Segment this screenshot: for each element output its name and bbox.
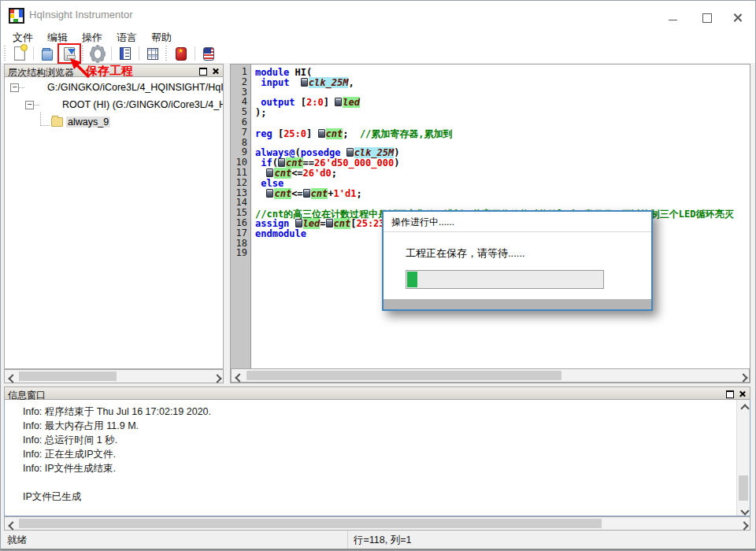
- code-token: <=: [291, 168, 302, 179]
- log-line: Info: 正在生成IP文件.: [23, 447, 737, 461]
- line-number: 19: [231, 248, 250, 258]
- info-vscrollbar[interactable]: [736, 400, 750, 516]
- scroll-right-button[interactable]: [736, 517, 750, 530]
- hierarchy-tree[interactable]: −G:/GINGKO/iCore3L/4_HQINSIGHT/HqI−ROOT …: [4, 77, 224, 369]
- code-token: 25:23: [356, 218, 384, 229]
- code-line[interactable]: [255, 117, 750, 128]
- tree-item[interactable]: −ROOT (HI) (G:/GINGKO/iCore3L/4_H: [5, 98, 223, 112]
- log-line: IP文件已生成: [23, 490, 737, 504]
- scroll-down-button[interactable]: [737, 503, 750, 516]
- new-document-button[interactable]: [9, 45, 30, 62]
- toolbar: [1, 44, 755, 63]
- line-number: 1: [231, 67, 250, 77]
- scrollbar-thumb[interactable]: [19, 372, 117, 381]
- progress-dialog: 操作进行中...... 工程正在保存，请等待......: [382, 210, 653, 311]
- scroll-right-button[interactable]: [209, 370, 223, 383]
- scrollbar-thumb[interactable]: [246, 371, 561, 380]
- code-token: cnt: [326, 128, 343, 139]
- code-line[interactable]: if(cnt==26'd50_000_000): [255, 157, 750, 168]
- probe-icon: [346, 148, 354, 157]
- lang-english-button[interactable]: [198, 45, 219, 62]
- scroll-up-button[interactable]: [737, 400, 750, 412]
- app-window: HqInsight Instrumentor 文件编辑操作语言帮助 保存工程 层…: [0, 0, 756, 551]
- tree-expander-icon[interactable]: −: [10, 83, 19, 92]
- open-project-icon: [42, 50, 53, 61]
- title-bar[interactable]: HqInsight Instrumentor: [1, 1, 755, 29]
- table-view-icon: [147, 48, 158, 60]
- float-icon: [199, 68, 207, 76]
- code-line[interactable]: );: [255, 107, 750, 117]
- tree-hscrollbar[interactable]: [4, 369, 224, 383]
- probe-icon: [318, 129, 325, 138]
- tree-item[interactable]: always_9: [5, 115, 223, 129]
- line-number: 12: [231, 178, 250, 188]
- log-line: Info: 最大内存占用 11.9 M.: [23, 419, 737, 433]
- toolbar-separator: [195, 46, 195, 61]
- panel-close-button[interactable]: [736, 389, 747, 398]
- minimize-icon: [669, 20, 677, 20]
- line-number: 2: [231, 77, 250, 87]
- hierarchy-panel: 层次结构浏览器 −G:/GINGKO/iCore3L/4_HQINSIGHT/H…: [4, 64, 224, 383]
- probe-icon: [301, 78, 308, 87]
- tree-item[interactable]: −G:/GINGKO/iCore3L/4_HQINSIGHT/HqI: [5, 80, 223, 94]
- code-line[interactable]: [255, 87, 750, 98]
- maximize-button[interactable]: [694, 5, 721, 25]
- scroll-left-button[interactable]: [232, 369, 245, 382]
- minimize-button[interactable]: [659, 5, 686, 25]
- new-document-icon: [14, 46, 25, 61]
- line-number: 7: [231, 128, 250, 138]
- line-number: 11: [231, 168, 250, 178]
- dialog-message: 工程正在保存，请等待......: [406, 246, 525, 261]
- info-panel: 信息窗口 Info: 程序结束于 Thu Jul 16 17:02:19 202…: [4, 386, 750, 531]
- code-token: [255, 188, 266, 199]
- close-button[interactable]: [724, 5, 750, 25]
- info-log-area[interactable]: Info: 程序结束于 Thu Jul 16 17:02:19 2020.Inf…: [4, 400, 750, 516]
- code-line[interactable]: always@(posedge clk_25M): [255, 147, 750, 157]
- hierarchy-view-button[interactable]: [115, 45, 135, 62]
- code-token: 2:0: [306, 97, 324, 108]
- code-line[interactable]: cnt<=26'd0;: [255, 168, 750, 178]
- code-token: endmodule: [255, 228, 306, 239]
- code-token: led: [343, 97, 360, 108]
- scroll-right-button[interactable]: [736, 369, 749, 382]
- status-bar: 就绪 行=118, 列=1: [1, 531, 755, 549]
- scrollbar-thumb[interactable]: [19, 519, 602, 528]
- lang-chinese-button[interactable]: [171, 45, 191, 62]
- code-line[interactable]: module HI(: [255, 67, 750, 77]
- editor-hscrollbar[interactable]: [231, 368, 750, 383]
- dialog-title: 操作进行中......: [391, 216, 454, 229]
- line-number: 4: [231, 97, 250, 107]
- code-line[interactable]: output [2:0] led: [255, 97, 750, 107]
- tree-expander-icon[interactable]: −: [25, 101, 34, 109]
- code-line[interactable]: [255, 198, 750, 208]
- code-token: ]: [306, 128, 317, 139]
- code-token: clk_25M: [309, 77, 349, 88]
- table-view-button[interactable]: [143, 45, 163, 62]
- code-line[interactable]: reg [25:0] cnt; //累加寄存器,累加到: [255, 128, 750, 138]
- scroll-left-button[interactable]: [5, 517, 18, 530]
- toolbar-separator: [33, 46, 34, 61]
- tree-connector: [19, 87, 24, 88]
- chevron-left-icon: [8, 521, 17, 530]
- toolbar-grip[interactable]: [165, 46, 169, 61]
- code-token: +: [328, 188, 333, 199]
- chevron-right-icon: [739, 521, 748, 530]
- code-line[interactable]: else: [255, 178, 750, 188]
- info-hscrollbar[interactable]: [4, 516, 750, 531]
- code-line[interactable]: cnt<=cnt+1'd1;: [255, 188, 750, 198]
- app-logo-icon: [9, 8, 24, 24]
- code-token: <=: [291, 188, 302, 199]
- probe-icon: [266, 168, 273, 177]
- tree-connector: [34, 105, 39, 105]
- open-project-button[interactable]: [37, 45, 57, 62]
- panel-close-button[interactable]: [209, 66, 220, 76]
- code-token: [289, 77, 300, 88]
- panel-float-button[interactable]: [724, 389, 736, 398]
- scroll-left-button[interactable]: [5, 370, 18, 383]
- scrollbar-thumb[interactable]: [739, 475, 748, 501]
- panel-float-button[interactable]: [198, 66, 209, 76]
- tree-item-label: ROOT (HI) (G:/GINGKO/iCore3L/4_H: [62, 99, 224, 110]
- toolbar-grip[interactable]: [4, 46, 7, 61]
- line-number-gutter: 12345678910111213141516171819: [231, 65, 251, 369]
- code-line[interactable]: input clk_25M,: [255, 77, 750, 87]
